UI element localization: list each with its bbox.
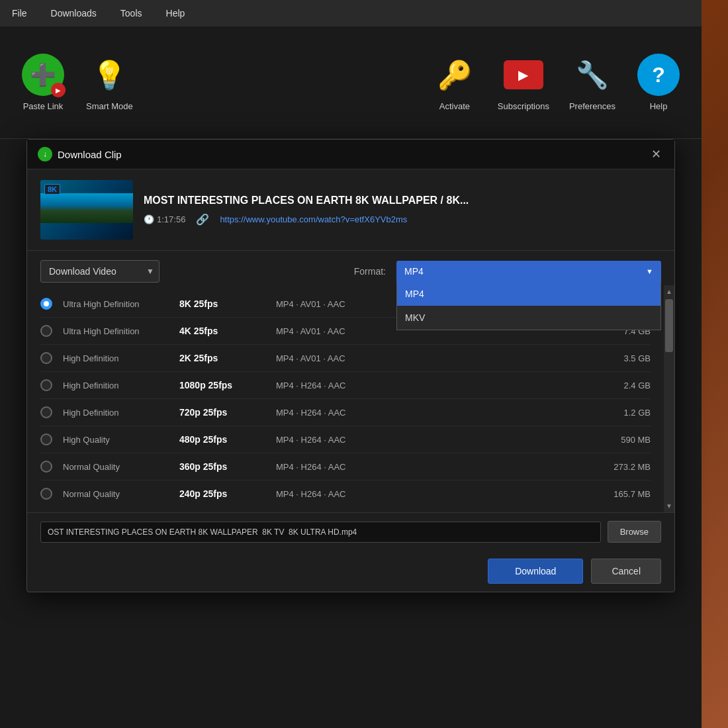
radio-360p[interactable] (40, 461, 52, 473)
radio-2k[interactable] (40, 352, 52, 364)
quality-res-4k: 4K 25fps (179, 326, 265, 336)
quality-row-360p[interactable]: Normal Quality 360p 25fps MP4 · H264 · A… (40, 453, 651, 480)
quality-size-480p: 590 MB (591, 435, 651, 445)
quality-label-480p: High Quality (63, 435, 169, 445)
radio-720p[interactable] (40, 406, 52, 418)
quality-label-720p: High Definition (63, 408, 169, 418)
quality-res-360p: 360p 25fps (179, 461, 265, 472)
quality-size-360p: 273.2 MB (591, 462, 651, 472)
quality-res-2k: 2K 25fps (179, 353, 265, 363)
quality-label-360p: Normal Quality (63, 462, 169, 472)
app-window: File Downloads Tools Help ➕ Paste Link 💡… (0, 0, 702, 728)
download-button[interactable]: Download (488, 559, 583, 584)
download-type-select[interactable]: Download Video (40, 260, 159, 283)
quality-label-1080p: High Definition (63, 381, 169, 390)
video-meta: MOST INTERESTING PLACES ON EARTH 8K WALL… (144, 195, 661, 226)
quality-codec-240p: MP4 · H264 · AAC (276, 489, 580, 499)
video-info: 8K EARTH MOST INTERESTING PLACES ON EART… (27, 169, 674, 251)
format-label: Format: (354, 266, 386, 277)
radio-480p[interactable] (40, 433, 52, 445)
format-chevron-icon: ▼ (646, 267, 653, 275)
quality-size-1080p: 2.4 GB (591, 381, 651, 390)
format-option-mkv[interactable]: MKV (397, 306, 660, 330)
quality-codec-1080p: MP4 · H264 · AAC (276, 381, 580, 390)
video-title: MOST INTERESTING PLACES ON EARTH 8K WALL… (144, 195, 661, 206)
quality-codec-720p: MP4 · H264 · AAC (276, 408, 580, 418)
dialog-title: Download Clip (58, 149, 643, 160)
video-url[interactable]: https://www.youtube.com/watch?v=etfX6YVb… (220, 214, 407, 224)
quality-codec-2k: MP4 · AV01 · AAC (276, 353, 580, 363)
radio-4k[interactable] (40, 325, 52, 337)
quality-label-240p: Normal Quality (63, 489, 169, 499)
quality-size-720p: 1.2 GB (591, 408, 651, 418)
video-details: 🕐 1:17:56 🔗 https://www.youtube.com/watc… (144, 213, 661, 226)
quality-row-720p[interactable]: High Definition 720p 25fps MP4 · H264 · … (40, 399, 651, 426)
scrollbar[interactable]: ▲ ▼ (664, 285, 674, 512)
dialog-titlebar: ↓ Download Clip ✕ (27, 140, 674, 169)
quality-codec-480p: MP4 · H264 · AAC (276, 435, 580, 445)
download-clip-dialog: ↓ Download Clip ✕ 8K EARTH MOST INTEREST… (26, 139, 675, 592)
dialog-overlay: ↓ Download Clip ✕ 8K EARTH MOST INTEREST… (0, 0, 702, 728)
radio-240p[interactable] (40, 488, 52, 500)
filepath-input[interactable] (40, 522, 601, 543)
quality-res-240p: 240p 25fps (179, 488, 265, 499)
video-duration: 🕐 1:17:56 (144, 214, 185, 224)
format-option-mp4[interactable]: MP4 (397, 282, 660, 306)
browse-button[interactable]: Browse (608, 521, 661, 543)
quality-res-480p: 480p 25fps (179, 434, 265, 445)
quality-row-480p[interactable]: High Quality 480p 25fps MP4 · H264 · AAC… (40, 426, 651, 453)
radio-1080p[interactable] (40, 379, 52, 391)
scroll-up-arrow[interactable]: ▲ (666, 285, 672, 298)
quality-label-8k: Ultra High Definition (63, 299, 169, 309)
filepath-row: Browse (27, 512, 674, 551)
quality-row-2k[interactable]: High Definition 2K 25fps MP4 · AV01 · AA… (40, 345, 651, 372)
thumbnail-landscape (40, 193, 133, 223)
close-button[interactable]: ✕ (648, 146, 664, 162)
action-row: Download Cancel (27, 551, 674, 592)
format-dropdown[interactable]: MP4 ▼ MP4 MKV (396, 261, 661, 282)
scroll-thumb[interactable] (665, 299, 673, 352)
quality-row-240p[interactable]: Normal Quality 240p 25fps MP4 · H264 · A… (40, 480, 651, 507)
quality-label-2k: High Definition (63, 353, 169, 363)
quality-size-2k: 3.5 GB (591, 353, 651, 363)
radio-8k[interactable] (40, 298, 52, 310)
format-selected[interactable]: MP4 ▼ (396, 261, 661, 282)
link-icon: 🔗 (196, 213, 209, 226)
quality-codec-360p: MP4 · H264 · AAC (276, 462, 580, 472)
quality-res-1080p: 1080p 25fps (179, 380, 265, 390)
cancel-button[interactable]: Cancel (591, 559, 661, 584)
clock-icon: 🕐 (144, 214, 154, 224)
dialog-title-icon: ↓ (38, 147, 52, 161)
thumbnail-8k-badge: 8K (44, 184, 60, 195)
quality-size-240p: 165.7 MB (591, 489, 651, 499)
quality-row-1080p[interactable]: High Definition 1080p 25fps MP4 · H264 ·… (40, 372, 651, 399)
format-dropdown-list: MP4 MKV (396, 282, 661, 330)
controls-row: Download Video ▼ Format: MP4 ▼ MP4 MKV (27, 251, 674, 283)
quality-label-4k: Ultra High Definition (63, 326, 169, 336)
quality-res-720p: 720p 25fps (179, 407, 265, 418)
download-type-wrapper: Download Video ▼ (40, 260, 159, 283)
scroll-down-arrow[interactable]: ▼ (666, 500, 672, 512)
video-thumbnail: 8K EARTH (40, 180, 133, 240)
quality-res-8k: 8K 25fps (179, 298, 265, 309)
